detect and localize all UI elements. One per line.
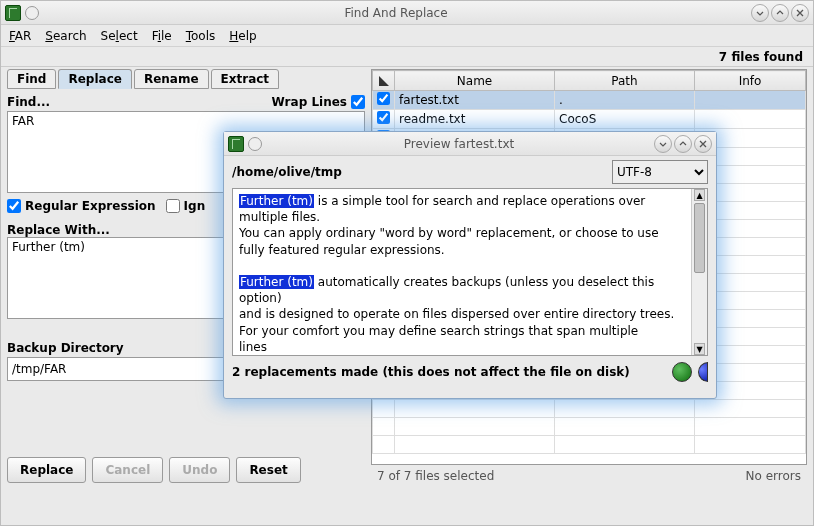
row-checkbox[interactable] bbox=[377, 92, 390, 105]
scroll-down-icon[interactable]: ▼ bbox=[694, 343, 705, 355]
cancel-button: Cancel bbox=[92, 457, 163, 483]
preview-text: Further (tm) is a simple tool for search… bbox=[233, 189, 691, 355]
col-path[interactable]: Path bbox=[555, 71, 695, 91]
table-row[interactable] bbox=[373, 418, 806, 436]
row-checkbox[interactable] bbox=[377, 111, 390, 124]
match-highlight: Further (tm) bbox=[239, 275, 314, 289]
encoding-select[interactable]: UTF-8 bbox=[612, 160, 708, 184]
ignore-input[interactable] bbox=[166, 199, 180, 213]
menu-search[interactable]: Search bbox=[45, 29, 86, 43]
scroll-thumb[interactable] bbox=[694, 203, 705, 273]
preview-scrollbar[interactable]: ▲ ▼ bbox=[691, 189, 707, 355]
selection-status: 7 of 7 files selected bbox=[377, 469, 494, 483]
menu-far[interactable]: FAR bbox=[9, 29, 31, 43]
wrap-lines-input[interactable] bbox=[351, 95, 365, 109]
regex-checkbox[interactable]: Regular Expression bbox=[7, 199, 156, 213]
menu-file[interactable]: File bbox=[152, 29, 172, 43]
menubar: FAR Search Select File Tools Help bbox=[1, 25, 813, 47]
cell-path: . bbox=[555, 91, 695, 110]
cell-name: readme.txt bbox=[395, 110, 555, 129]
replace-button[interactable]: Replace bbox=[7, 457, 86, 483]
window-title: Find And Replace bbox=[41, 6, 751, 20]
window-menu-icon[interactable] bbox=[25, 6, 39, 20]
cell-name: fartest.txt bbox=[395, 91, 555, 110]
maximize-button[interactable] bbox=[771, 4, 789, 22]
find-label: Find... bbox=[7, 95, 50, 109]
col-info[interactable]: Info bbox=[695, 71, 806, 91]
menu-tools[interactable]: Tools bbox=[186, 29, 216, 43]
col-name[interactable]: Name bbox=[395, 71, 555, 91]
col-check[interactable] bbox=[373, 71, 395, 91]
error-status: No errors bbox=[746, 469, 801, 483]
table-row[interactable]: readme.txt CocoS bbox=[373, 110, 806, 129]
tab-find[interactable]: Find bbox=[7, 69, 56, 89]
regex-input[interactable] bbox=[7, 199, 21, 213]
dialog-minimize-button[interactable] bbox=[654, 135, 672, 153]
reset-button[interactable]: Reset bbox=[236, 457, 300, 483]
cell-info bbox=[695, 91, 806, 110]
tab-rename[interactable]: Rename bbox=[134, 69, 209, 89]
table-row[interactable] bbox=[373, 436, 806, 454]
titlebar: Find And Replace bbox=[1, 1, 813, 25]
ignore-checkbox[interactable]: Ign bbox=[166, 199, 206, 213]
preview-dialog: Preview fartest.txt /home/olive/tmp UTF-… bbox=[223, 131, 717, 399]
minimize-button[interactable] bbox=[751, 4, 769, 22]
menu-select[interactable]: Select bbox=[101, 29, 138, 43]
undo-button: Undo bbox=[169, 457, 230, 483]
status-dot-blue[interactable] bbox=[698, 362, 708, 382]
app-icon bbox=[5, 5, 21, 21]
dialog-maximize-button[interactable] bbox=[674, 135, 692, 153]
table-row[interactable]: fartest.txt . bbox=[373, 91, 806, 110]
window-menu-icon[interactable] bbox=[248, 137, 262, 151]
app-icon bbox=[228, 136, 244, 152]
wrap-lines-checkbox[interactable]: Wrap Lines bbox=[272, 95, 365, 109]
tab-extract[interactable]: Extract bbox=[211, 69, 280, 89]
preview-status: 2 replacements made (this does not affec… bbox=[232, 365, 666, 379]
cell-info bbox=[695, 110, 806, 129]
tab-replace[interactable]: Replace bbox=[58, 69, 131, 89]
tabs: Find Replace Rename Extract bbox=[7, 69, 365, 89]
table-row[interactable] bbox=[373, 400, 806, 418]
match-highlight: Further (tm) bbox=[239, 194, 314, 208]
dialog-close-button[interactable] bbox=[694, 135, 712, 153]
files-found-summary: 7 files found bbox=[1, 47, 813, 67]
preview-path: /home/olive/tmp bbox=[232, 165, 606, 179]
cell-path: CocoS bbox=[555, 110, 695, 129]
dialog-title: Preview fartest.txt bbox=[264, 137, 654, 151]
menu-help[interactable]: Help bbox=[229, 29, 256, 43]
close-button[interactable] bbox=[791, 4, 809, 22]
scroll-up-icon[interactable]: ▲ bbox=[694, 189, 705, 201]
status-dot-green[interactable] bbox=[672, 362, 692, 382]
